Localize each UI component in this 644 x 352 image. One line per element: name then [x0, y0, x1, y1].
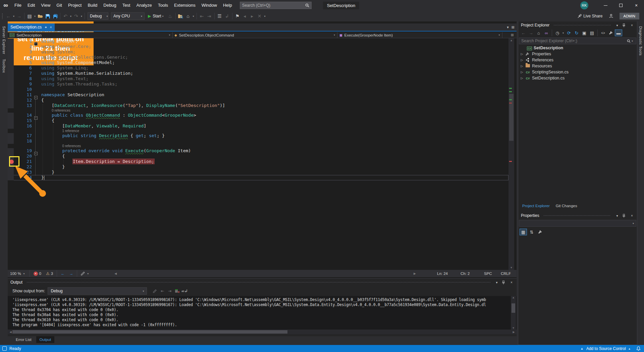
tool-tab-server-explorer[interactable]: Server Explorer: [2, 26, 6, 54]
forward-icon[interactable]: →: [527, 30, 535, 36]
home-icon[interactable]: ⌂: [535, 30, 542, 36]
code-line-11[interactable]: 11−namespace SetDescription: [8, 92, 508, 98]
menu-edit[interactable]: Edit: [24, 0, 38, 11]
properties-header[interactable]: Properties ▾ ×: [518, 212, 637, 219]
start-debugging-button[interactable]: ▶ Start ▾: [148, 14, 165, 18]
menu-analyze[interactable]: Analyze: [133, 0, 155, 11]
code-line-23[interactable]: 23 }: [8, 170, 508, 175]
indent-increase-icon[interactable]: ⇥: [206, 12, 213, 20]
line-ending-indicator[interactable]: CRLF: [498, 270, 517, 277]
property-pages-icon[interactable]: [536, 229, 544, 235]
code-line-4[interactable]: 4using System.Collections.Generic;: [8, 55, 508, 60]
save-icon[interactable]: [44, 12, 51, 20]
split-window-icon[interactable]: ⊞: [511, 32, 517, 38]
quick-search-input[interactable]: Search (Ctrl+Q): [240, 2, 312, 9]
code-line-15[interactable]: 15 {: [8, 118, 508, 123]
close-tab-icon[interactable]: ×: [50, 25, 52, 29]
close-button[interactable]: ×: [629, 0, 644, 11]
code-line-24[interactable]: 24}: [8, 175, 508, 180]
breakpoint-margin[interactable]: [8, 133, 14, 138]
breadcrumb-1[interactable]: C#SetDescription▾: [8, 32, 173, 38]
close-panel-icon[interactable]: ×: [630, 214, 634, 218]
project-explorer-header[interactable]: Project Explorer ▾ ×: [518, 21, 637, 29]
code-line-19[interactable]: 19− protected override void Execute(Groo…: [8, 148, 508, 154]
tree-item-properties[interactable]: ▷Properties: [518, 51, 637, 57]
error-count[interactable]: × 0: [31, 270, 44, 277]
restore-button[interactable]: [613, 0, 629, 11]
spaces-indicator[interactable]: SPC: [482, 270, 498, 277]
bookmark-icon[interactable]: ⚑: [234, 12, 241, 20]
hot-reload-icon[interactable]: ♨: [167, 12, 174, 20]
panel-tab-error-list[interactable]: Error List: [12, 336, 35, 343]
navigate-forward-icon[interactable]: →: [67, 270, 76, 277]
code-line-21[interactable]: 21 Item.Description = Description;: [8, 159, 508, 164]
open-folder-icon[interactable]: [37, 12, 44, 20]
menu-debug[interactable]: Debug: [100, 0, 119, 11]
sync-icon[interactable]: ↻: [573, 30, 580, 36]
track-changes-icon[interactable]: ▾: [78, 270, 92, 277]
expand-arrow-icon[interactable]: ▷: [520, 76, 524, 80]
code-line-3[interactable]: 3using System;: [8, 49, 508, 55]
word-wrap-icon[interactable]: ↲: [223, 12, 231, 20]
previous-bookmark-icon[interactable]: ◂: [241, 12, 249, 20]
view-code-icon[interactable]: <>: [599, 30, 607, 36]
project-explorer-search-input[interactable]: Search Project Explorer (Ctrl+;) ▾: [519, 38, 636, 44]
undo-icon[interactable]: ↶: [62, 12, 69, 20]
window-layout-icon[interactable]: ⊞: [512, 25, 515, 30]
line-indicator[interactable]: Ln: 24: [435, 270, 458, 277]
codelens-indicator[interactable]: 0 references: [8, 144, 508, 148]
pin-icon[interactable]: ✦: [44, 25, 47, 29]
breakpoint-margin[interactable]: [8, 65, 14, 71]
open-in-vs-icon[interactable]: ∞: [543, 30, 550, 36]
breakpoint-margin[interactable]: [8, 148, 14, 154]
panel-tab-output[interactable]: Output: [36, 336, 55, 343]
tool-tab-toolbox[interactable]: Toolbox: [2, 59, 6, 73]
back-icon[interactable]: ←: [520, 30, 527, 36]
menu-file[interactable]: File: [11, 0, 24, 11]
duplicate-node-icon[interactable]: ▤: [588, 30, 596, 36]
expand-arrow-icon[interactable]: ▷: [520, 58, 524, 62]
scroll-up-icon[interactable]: ▲: [508, 39, 514, 42]
menu-window[interactable]: Window: [199, 0, 220, 11]
add-to-source-control-button[interactable]: Add to Source Control: [586, 346, 626, 351]
tree-item-scriptingsession-cs[interactable]: ▷C#ScriptingSession.cs: [518, 69, 637, 75]
find-message-icon[interactable]: [152, 288, 158, 294]
window-position-dropdown-icon[interactable]: ▾: [494, 281, 499, 284]
categorized-view-icon[interactable]: ▦: [520, 229, 527, 235]
panel-tab-git-changes[interactable]: Git Changes: [553, 202, 580, 209]
properties-wrench-icon[interactable]: [607, 30, 614, 36]
notifications-bell-icon[interactable]: [636, 346, 641, 351]
breakpoint-margin[interactable]: [8, 49, 14, 55]
refresh-icon[interactable]: ⟳: [565, 30, 573, 36]
properties-object-dropdown[interactable]: ▾: [519, 220, 636, 227]
navigate-backward-icon[interactable]: ←: [58, 270, 67, 277]
expand-arrow-icon[interactable]: ▷: [520, 52, 524, 56]
clear-all-icon[interactable]: [174, 288, 180, 294]
navigate-forward-icon[interactable]: →: [15, 12, 23, 20]
active-files-dropdown-icon[interactable]: ▾: [507, 25, 509, 30]
code-line-8[interactable]: 8using System.Text;: [8, 76, 508, 81]
menu-git[interactable]: Git: [53, 0, 65, 11]
menu-test[interactable]: Test: [119, 0, 133, 11]
breadcrumb-3[interactable]: ▣Execute(GrooperNode Item)▾: [337, 32, 502, 38]
code-line-18[interactable]: 18: [8, 138, 508, 144]
tree-item-resources[interactable]: ▷Resources: [518, 63, 637, 69]
code-line-12[interactable]: 12{: [8, 98, 508, 103]
breakpoint-margin[interactable]: [8, 76, 14, 81]
find-in-files-icon[interactable]: [177, 12, 184, 20]
code-line-2[interactable]: 2using Grooper.Core;: [8, 44, 508, 49]
previous-message-icon[interactable]: ⇤: [159, 288, 166, 294]
pin-icon[interactable]: [502, 281, 506, 284]
feedback-icon[interactable]: [609, 14, 613, 18]
breakpoint-margin[interactable]: [8, 87, 14, 92]
breakpoint-margin[interactable]: [8, 60, 14, 65]
code-line-10[interactable]: 10: [8, 87, 508, 92]
toggle-word-wrap-icon[interactable]: ab↲: [181, 288, 188, 294]
breakpoint-margin[interactable]: [8, 138, 14, 144]
copy-node-icon[interactable]: ▣: [581, 30, 588, 36]
scrollbar-thumb[interactable]: [509, 94, 514, 141]
hscroll-right-icon[interactable]: ▶: [411, 270, 435, 277]
breakpoint-margin[interactable]: [8, 81, 14, 87]
clear-bookmarks-icon[interactable]: ✕: [256, 12, 263, 20]
next-bookmark-icon[interactable]: ▸: [249, 12, 256, 20]
